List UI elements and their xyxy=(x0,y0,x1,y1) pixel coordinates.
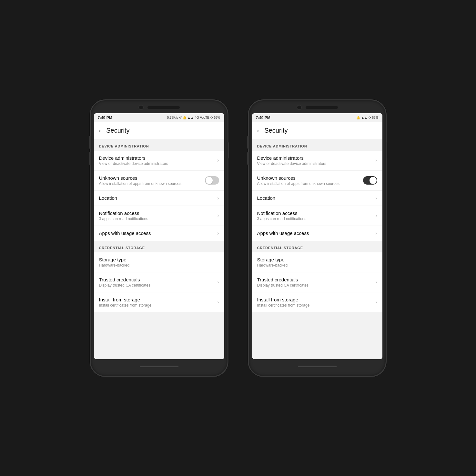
device-administrators-title-1: Device administrators xyxy=(99,155,215,161)
phone-top-bar xyxy=(94,105,224,110)
phone-top-bar-2 xyxy=(252,105,382,110)
page-title-2: Security xyxy=(264,127,288,134)
notification-access-item-2[interactable]: Notification access 3 apps can read noti… xyxy=(252,206,382,226)
section-header-device-admin-1: DEVICE ADMINISTRATION xyxy=(94,139,224,151)
notification-access-subtitle-2: 3 apps can read notifications xyxy=(257,217,373,221)
settings-list-1: DEVICE ADMINISTRATION Device administrat… xyxy=(94,139,224,359)
unknown-sources-subtitle-1: Allow installation of apps from unknown … xyxy=(99,181,202,186)
chevron-icon: › xyxy=(375,213,377,218)
home-indicator-2 xyxy=(298,366,337,367)
chevron-icon: › xyxy=(375,195,377,201)
trusted-credentials-subtitle-2: Display trusted CA certificates xyxy=(257,283,373,288)
network-speed-icon: 0.78K/s xyxy=(167,116,178,119)
install-from-storage-item-2[interactable]: Install from storage Install certificate… xyxy=(252,292,382,312)
chevron-icon: › xyxy=(217,299,219,305)
chevron-icon: › xyxy=(217,157,219,163)
phone-2: 7:49 PM 🔔 ▲▲ ⟳ 66% ‹ Security DEVICE ADM… xyxy=(248,99,387,377)
signal-icon: ▲▲ xyxy=(187,116,194,119)
chevron-icon: › xyxy=(375,279,377,285)
apps-usage-title-2: Apps with usage access xyxy=(257,230,373,236)
settings-list-2: DEVICE ADMINISTRATION Device administrat… xyxy=(252,139,382,359)
phone-screen-2: 7:49 PM 🔔 ▲▲ ⟳ 66% ‹ Security DEVICE ADM… xyxy=(252,113,382,359)
back-button-1[interactable]: ‹ xyxy=(99,127,101,134)
storage-type-title-1: Storage type xyxy=(99,257,219,262)
trusted-credentials-title-1: Trusted credentials xyxy=(99,277,215,282)
chevron-icon: › xyxy=(375,230,377,236)
notification-access-item-1[interactable]: Notification access 3 apps can read noti… xyxy=(94,206,224,226)
apps-usage-item-2[interactable]: Apps with usage access › xyxy=(252,226,382,241)
page-title-1: Security xyxy=(106,127,129,134)
phone-1: 7:49 PM 0.78K/s ↺ 🔔 ▲▲ 4G VoLTE ⟳ 66% ‹ … xyxy=(90,99,228,377)
device-administrators-subtitle-1: View or deactivate device administrators xyxy=(99,161,215,166)
network-type-icon: 4G VoLTE xyxy=(195,116,209,119)
chevron-icon: › xyxy=(217,279,219,285)
chevron-icon: › xyxy=(217,213,219,218)
status-time-1: 7:49 PM xyxy=(98,116,112,120)
credential-storage-group-1: Storage type Hardware-backed Trusted cre… xyxy=(94,252,224,312)
power-button[interactable] xyxy=(228,142,229,158)
install-storage-title-2: Install from storage xyxy=(257,297,373,302)
sync-icon: ↺ xyxy=(179,116,182,119)
storage-type-subtitle-1: Hardware-backed xyxy=(99,263,219,268)
trusted-credentials-item-1[interactable]: Trusted credentials Display trusted CA c… xyxy=(94,272,224,292)
unknown-sources-toggle-1[interactable] xyxy=(205,176,219,185)
device-administrators-subtitle-2: View or deactivate device administrators xyxy=(257,161,373,166)
install-storage-subtitle-2: Install certificates from storage xyxy=(257,303,373,308)
status-time-2: 7:49 PM xyxy=(256,116,270,120)
unknown-sources-title-1: Unknown sources xyxy=(99,175,202,181)
status-icons-2: 🔔 ▲▲ ⟳ 66% xyxy=(356,116,379,119)
battery-icon: ⟳ 66% xyxy=(210,116,220,119)
location-item-2[interactable]: Location › xyxy=(252,191,382,206)
status-bar-2: 7:49 PM 🔔 ▲▲ ⟳ 66% xyxy=(252,113,382,122)
vol-down-button[interactable] xyxy=(89,152,91,165)
unknown-sources-title-2: Unknown sources xyxy=(257,175,360,181)
storage-type-item-2: Storage type Hardware-backed xyxy=(252,252,382,272)
trusted-credentials-title-2: Trusted credentials xyxy=(257,277,373,282)
vol-down-button-2[interactable] xyxy=(247,152,249,165)
device-administrators-item-1[interactable]: Device administrators View or deactivate… xyxy=(94,151,224,171)
apps-usage-title-1: Apps with usage access xyxy=(99,230,215,236)
credential-storage-group-2: Storage type Hardware-backed Trusted cre… xyxy=(252,252,382,312)
device-admin-group-2: Device administrators View or deactivate… xyxy=(252,151,382,241)
notification-access-subtitle-1: 3 apps can read notifications xyxy=(99,217,215,221)
device-administrators-title-2: Device administrators xyxy=(257,155,373,161)
power-button-2[interactable] xyxy=(386,142,387,158)
unknown-sources-item-2[interactable]: Unknown sources Allow installation of ap… xyxy=(252,171,382,191)
battery-icon-2: ⟳ 66% xyxy=(369,116,379,119)
vol-up-button[interactable] xyxy=(89,136,91,149)
vol-up-button-2[interactable] xyxy=(247,136,249,149)
install-from-storage-item-1[interactable]: Install from storage Install certificate… xyxy=(94,292,224,312)
front-camera-2 xyxy=(297,105,302,110)
location-title-1: Location xyxy=(99,195,215,201)
speaker-grille-2 xyxy=(306,106,338,109)
location-title-2: Location xyxy=(257,195,373,201)
signal-icon-2: ▲▲ xyxy=(361,116,368,119)
location-item-1[interactable]: Location › xyxy=(94,191,224,206)
notification-access-title-1: Notification access xyxy=(99,210,215,216)
trusted-credentials-item-2[interactable]: Trusted credentials Display trusted CA c… xyxy=(252,272,382,292)
section-header-credential-2: CREDENTIAL STORAGE xyxy=(252,241,382,252)
unknown-sources-toggle-2[interactable] xyxy=(363,176,377,185)
toggle-knob-2 xyxy=(370,177,377,184)
chevron-icon: › xyxy=(375,157,377,163)
status-icons-1: 0.78K/s ↺ 🔔 ▲▲ 4G VoLTE ⟳ 66% xyxy=(167,116,220,119)
apps-usage-item-1[interactable]: Apps with usage access › xyxy=(94,226,224,241)
nav-bar-2: ‹ Security xyxy=(252,122,382,139)
install-storage-subtitle-1: Install certificates from storage xyxy=(99,303,215,308)
home-indicator-1 xyxy=(140,366,178,367)
mute-icon-2: 🔔 xyxy=(356,116,360,119)
device-administrators-item-2[interactable]: Device administrators View or deactivate… xyxy=(252,151,382,171)
storage-type-title-2: Storage type xyxy=(257,257,377,262)
chevron-icon: › xyxy=(217,230,219,236)
front-camera xyxy=(138,105,144,110)
notification-access-title-2: Notification access xyxy=(257,210,373,216)
unknown-sources-subtitle-2: Allow installation of apps from unknown … xyxy=(257,181,360,186)
nav-bar-1: ‹ Security xyxy=(94,122,224,139)
phone-bottom-bar-2 xyxy=(252,362,382,371)
install-storage-title-1: Install from storage xyxy=(99,297,215,302)
unknown-sources-item-1[interactable]: Unknown sources Allow installation of ap… xyxy=(94,171,224,191)
back-button-2[interactable]: ‹ xyxy=(257,127,259,134)
storage-type-subtitle-2: Hardware-backed xyxy=(257,263,377,268)
storage-type-item-1: Storage type Hardware-backed xyxy=(94,252,224,272)
device-admin-group-1: Device administrators View or deactivate… xyxy=(94,151,224,241)
